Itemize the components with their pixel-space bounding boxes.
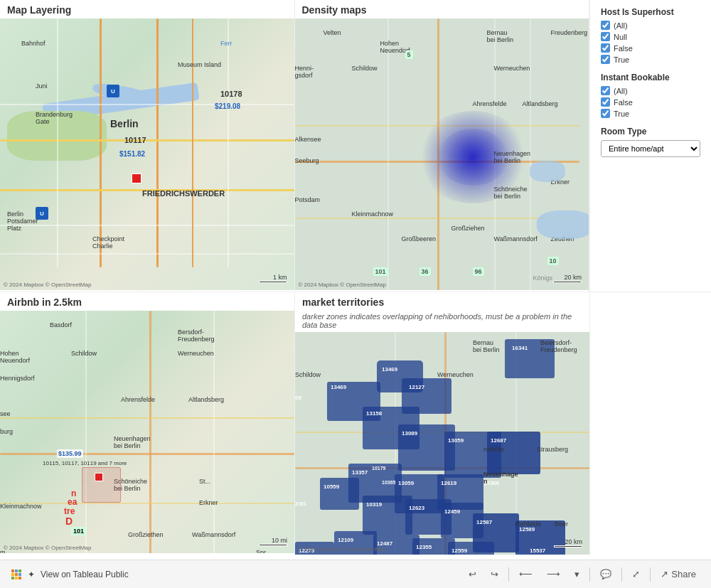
- undo-button[interactable]: ↩: [464, 566, 481, 582]
- density-scale: 20 km: [553, 274, 582, 283]
- instant-all-checkbox[interactable]: [601, 86, 610, 95]
- zip-12559: 12559: [451, 547, 467, 554]
- superhost-false-checkbox[interactable]: [601, 43, 610, 53]
- map-label-FRIEDW: FRIEDRICHSWERDER: [142, 189, 225, 198]
- instant-false-checkbox[interactable]: [601, 97, 610, 107]
- instant-true[interactable]: True: [601, 109, 700, 118]
- zip-12623: 12623: [409, 505, 424, 511]
- instant-true-checkbox[interactable]: [601, 109, 610, 118]
- density-wasmannsdorf: Waßmannsdorf: [494, 235, 538, 242]
- zip-16341: 16341: [512, 345, 528, 351]
- density-schildow: Schildow: [352, 65, 378, 72]
- density-96badge: 96: [473, 267, 484, 276]
- superhost-null[interactable]: Null: [601, 32, 700, 41]
- density-schoneiche: Schöneichebei Berlin: [494, 186, 528, 200]
- airbnb-ahrensfelde: Ahrensfelde: [121, 396, 155, 403]
- airbnb-see: see: [0, 410, 11, 417]
- airbnb-bernau: Bersdorf-Freudenberg: [178, 328, 215, 343]
- map-label-museum: Museum Island: [178, 61, 221, 68]
- expand-button[interactable]: ⤢: [628, 566, 644, 582]
- room-type-dropdown[interactable]: Entire home/apt Private room Shared room…: [601, 140, 700, 157]
- market-schildow: Schildow: [295, 371, 321, 378]
- superhost-false[interactable]: False: [601, 43, 700, 53]
- market-nsfelde: nsfelde: [483, 446, 504, 453]
- airbnb-label-d: D: [65, 515, 73, 527]
- toolbar-divider-2: [589, 567, 590, 582]
- toolbar-divider-1: [508, 567, 509, 582]
- density-maps-title: Density maps: [295, 0, 589, 18]
- redo-button[interactable]: ↪: [486, 566, 503, 582]
- map1-scale: 1 km: [259, 274, 287, 283]
- zip-13469b: 13469: [331, 384, 346, 390]
- map-layering-map[interactable]: Bahnhof Museum Island Juni BrandenburgGa…: [0, 18, 294, 290]
- svg-rect-5: [18, 573, 21, 576]
- zip-13357: 13357: [352, 469, 368, 476]
- share-button[interactable]: ↗ Share: [656, 566, 700, 582]
- density-hennig: Henni-gsdorf: [295, 65, 314, 79]
- market-rehfelde: Rehfelde: [515, 520, 541, 528]
- svg-rect-1: [15, 570, 18, 572]
- zip-12459: 12459: [444, 508, 460, 515]
- room-type-title: Room Type: [601, 127, 700, 137]
- market-scale: 20 km: [554, 538, 582, 547]
- density-seeburg: Seeburg: [295, 157, 319, 164]
- toolbar-divider-3: [621, 567, 622, 582]
- view-on-tableau-label: ✦: [28, 570, 35, 579]
- instant-false[interactable]: False: [601, 97, 700, 107]
- transit-icon-2: U: [36, 207, 48, 220]
- map-price1: $151.82: [119, 150, 145, 158]
- zip-12127: 12127: [409, 384, 424, 390]
- main-container: Map Layering: [0, 0, 711, 588]
- density-map[interactable]: Velten HohenNeuendorf Bernaubei Berlin F…: [295, 18, 589, 290]
- sidebar: Host Is Superhost (All) Null: [590, 0, 711, 173]
- density-konigs: Königs: [533, 274, 553, 282]
- view-on-tableau-link[interactable]: View on Tableau Public: [41, 570, 129, 579]
- map-label-bahnhof: Bahnhof: [21, 40, 46, 47]
- instant-bookable-title: Instant Bookable: [601, 73, 700, 82]
- density-neuenhagen: Neuenhagenbei Berlin: [494, 150, 531, 164]
- superhost-true[interactable]: True: [601, 55, 700, 64]
- airbnb-map[interactable]: Basdorf Bersdorf-Freudenberg HohenNeuend…: [0, 311, 294, 553]
- density-ahrensfelde: Ahrensfelde: [473, 100, 507, 107]
- superhost-all-checkbox[interactable]: [601, 21, 610, 30]
- market-copyright: © 2024 Mapbox © OpenStreetMap: [299, 546, 386, 552]
- market-map[interactable]: 16341 13469 13469 12127 09 13158 13089 1…: [295, 332, 589, 555]
- svg-rect-2: [18, 570, 21, 572]
- density-bernau: Bernaubei Berlin: [487, 29, 514, 43]
- instant-all[interactable]: (All): [601, 86, 700, 95]
- zip-13059b: 13059: [398, 480, 414, 486]
- tableau-logo-icon: [11, 569, 22, 580]
- airbnb-werneuchen: Werneuchen: [178, 350, 214, 357]
- market-bernau: Bernaubei Berlin: [473, 339, 500, 353]
- zip-1309: 09: [295, 395, 301, 401]
- room-type-section: Room Type Entire home/apt Private room S…: [601, 127, 700, 157]
- back-button[interactable]: ⟵: [515, 566, 537, 582]
- comment-button[interactable]: 💬: [596, 566, 616, 582]
- airbnb-title: Airbnb in 2.5km: [0, 292, 294, 311]
- forward-button[interactable]: ⟶: [542, 566, 565, 582]
- svg-rect-6: [11, 577, 14, 579]
- superhost-true-checkbox[interactable]: [601, 55, 610, 64]
- airbnb-spr: Spr...: [256, 549, 271, 553]
- zip-12687: 12687: [491, 437, 506, 444]
- superhost-null-checkbox[interactable]: [601, 32, 610, 41]
- sidebar-panel: Host Is Superhost (All) Null: [589, 0, 711, 292]
- zip-12619: 12619: [441, 480, 456, 486]
- airbnb-copyright: © 2024 Mapbox © OpenStreetMap: [4, 545, 91, 551]
- map-zip2: 10178: [220, 90, 242, 98]
- share-icon: ↗: [661, 569, 668, 579]
- bottom-right-toolbar: ↩ ↪ ⟵ ⟶ ▾ 💬 ⤢ ↗ Share: [464, 566, 700, 582]
- superhost-all[interactable]: (All): [601, 21, 700, 30]
- density-altlandsberg: Altlandsberg: [523, 100, 558, 107]
- map-label-potsdamer: BerlinPotsdamerPlatz: [7, 210, 38, 232]
- zip-13158: 13158: [366, 410, 382, 417]
- zip-2161: 2161: [295, 501, 306, 506]
- superhost-title: Host Is Superhost: [601, 7, 700, 17]
- more-button[interactable]: ▾: [570, 566, 584, 582]
- zip-10179: 10179: [372, 466, 385, 471]
- airbnb-label-tre: tre: [64, 506, 75, 516]
- toolbar-divider-4: [650, 567, 651, 582]
- density-10badge: 10: [547, 257, 559, 265]
- transit-icon-1: U: [107, 85, 119, 97]
- map-label-berlin: Berlin: [110, 118, 139, 129]
